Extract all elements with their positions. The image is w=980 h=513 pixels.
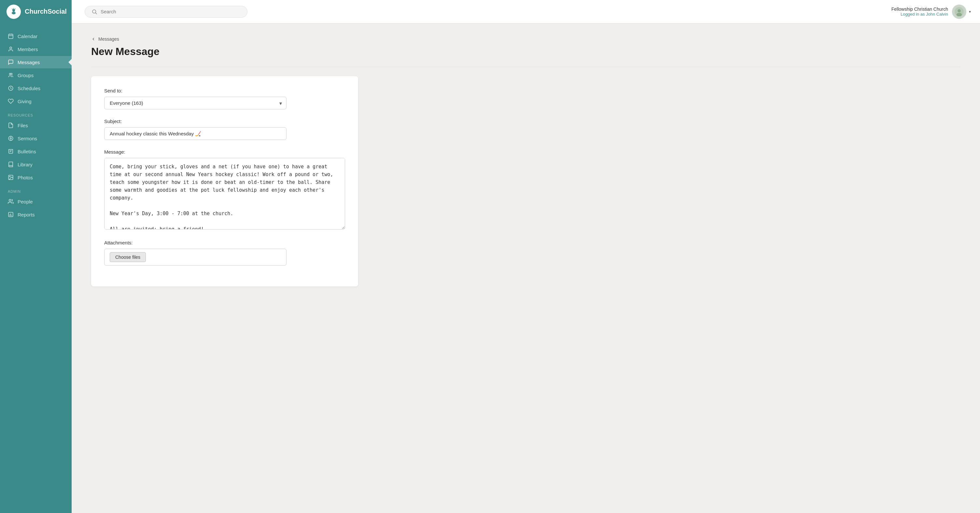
sidebar-label-giving: Giving <box>18 98 32 104</box>
sidebar-item-sermons[interactable]: Sermons <box>0 132 72 145</box>
sidebar-label-files: Files <box>18 123 28 128</box>
sidebar-item-calendar[interactable]: Calendar <box>0 30 72 42</box>
sidebar-label-calendar: Calendar <box>18 33 37 39</box>
message-label: Message: <box>104 149 345 155</box>
form-card: Send to: Everyone (163)Members OnlyLeade… <box>91 76 358 286</box>
breadcrumb-parent[interactable]: Messages <box>98 37 119 42</box>
svg-point-2 <box>92 10 96 13</box>
svg-point-16 <box>10 138 12 139</box>
attachments-label: Attachments: <box>104 240 345 245</box>
photos-icon <box>8 175 14 180</box>
breadcrumb: Messages <box>91 37 961 42</box>
svg-point-11 <box>10 47 12 49</box>
attachments-area: Choose files <box>104 249 286 265</box>
sidebar-label-photos: Photos <box>18 175 33 180</box>
sidebar-label-members: Members <box>18 46 38 52</box>
sidebar-label-bulletins: Bulletins <box>18 149 36 154</box>
svg-rect-7 <box>8 34 13 39</box>
sidebar-item-schedules[interactable]: Schedules <box>0 82 72 94</box>
topbar-left: ChurchSocial <box>0 0 247 24</box>
main-content: Messages New Message Send to: Everyone (… <box>72 24 980 513</box>
library-icon <box>8 162 14 167</box>
app-name: ChurchSocial <box>25 8 67 15</box>
send-to-group: Send to: Everyone (163)Members OnlyLeade… <box>104 88 345 110</box>
divider <box>91 67 961 67</box>
choose-files-button[interactable]: Choose files <box>110 252 146 262</box>
sidebar-item-giving[interactable]: Giving <box>0 95 72 107</box>
chevron-left-icon <box>91 37 96 41</box>
sidebar-item-reports[interactable]: Reports <box>0 208 72 221</box>
svg-point-5 <box>958 9 961 13</box>
message-textarea[interactable] <box>104 158 345 229</box>
sidebar-item-groups[interactable]: Groups <box>0 69 72 81</box>
groups-icon <box>8 72 14 78</box>
sidebar-item-people[interactable]: People <box>0 195 72 208</box>
send-to-label: Send to: <box>104 88 345 94</box>
send-to-wrapper: Everyone (163)Members OnlyLeadershipYout… <box>104 97 286 110</box>
resources-section-label: RESOURCES <box>0 108 72 119</box>
avatar <box>952 5 966 19</box>
members-icon <box>8 46 14 52</box>
schedules-icon <box>8 85 14 91</box>
sidebar-item-files[interactable]: Files <box>0 119 72 132</box>
sidebar-label-groups: Groups <box>18 73 33 78</box>
sidebar: Calendar Members Messages Groups Sc <box>0 24 72 513</box>
sidebar-item-library[interactable]: Library <box>0 158 72 171</box>
sidebar-label-sermons: Sermons <box>18 136 37 141</box>
search-icon <box>91 9 97 15</box>
people-icon <box>8 199 14 205</box>
svg-point-23 <box>9 199 11 201</box>
topbar-right: Fellowship Christian Church Logged in as… <box>891 5 971 19</box>
sidebar-label-library: Library <box>18 162 33 167</box>
avatar-area[interactable]: ▾ <box>952 5 971 19</box>
subject-label: Subject: <box>104 119 345 124</box>
layout: Calendar Members Messages Groups Sc <box>0 24 980 513</box>
church-name: Fellowship Christian Church <box>891 6 948 12</box>
sidebar-item-photos[interactable]: Photos <box>0 171 72 184</box>
search-bar[interactable] <box>85 6 247 17</box>
svg-line-3 <box>95 13 97 14</box>
admin-section-label: ADMIN <box>0 184 72 195</box>
svg-point-13 <box>11 73 13 75</box>
bulletins-icon <box>8 148 14 154</box>
sidebar-label-messages: Messages <box>18 60 40 65</box>
user-info: Fellowship Christian Church Logged in as… <box>891 6 948 17</box>
attachments-group: Attachments: Choose files <box>104 240 345 265</box>
message-group: Message: <box>104 149 345 231</box>
topbar: ChurchSocial Fellowship Christian Church… <box>0 0 980 24</box>
sidebar-item-bulletins[interactable]: Bulletins <box>0 145 72 157</box>
reports-icon <box>8 211 14 218</box>
page-title: New Message <box>91 46 961 58</box>
chevron-down-icon: ▾ <box>969 10 971 14</box>
subject-group: Subject: <box>104 119 345 140</box>
logged-in-label: Logged in as John Calvin <box>891 12 948 17</box>
calendar-icon <box>8 33 14 39</box>
files-icon <box>8 122 14 128</box>
search-input[interactable] <box>100 9 240 14</box>
giving-icon <box>8 98 14 104</box>
sidebar-label-schedules: Schedules <box>18 86 40 91</box>
sidebar-item-messages[interactable]: Messages <box>0 56 72 68</box>
svg-point-22 <box>10 176 10 177</box>
sidebar-label-people: People <box>18 199 33 205</box>
sermons-icon <box>8 135 14 141</box>
send-to-select[interactable]: Everyone (163)Members OnlyLeadershipYout… <box>104 97 286 110</box>
logo-area: ChurchSocial <box>0 0 72 24</box>
messages-icon <box>8 59 14 65</box>
subject-input[interactable] <box>104 127 286 140</box>
sidebar-label-reports: Reports <box>18 212 35 218</box>
sidebar-item-members[interactable]: Members <box>0 43 72 56</box>
logo-icon <box>6 5 21 19</box>
svg-point-1 <box>12 12 16 14</box>
